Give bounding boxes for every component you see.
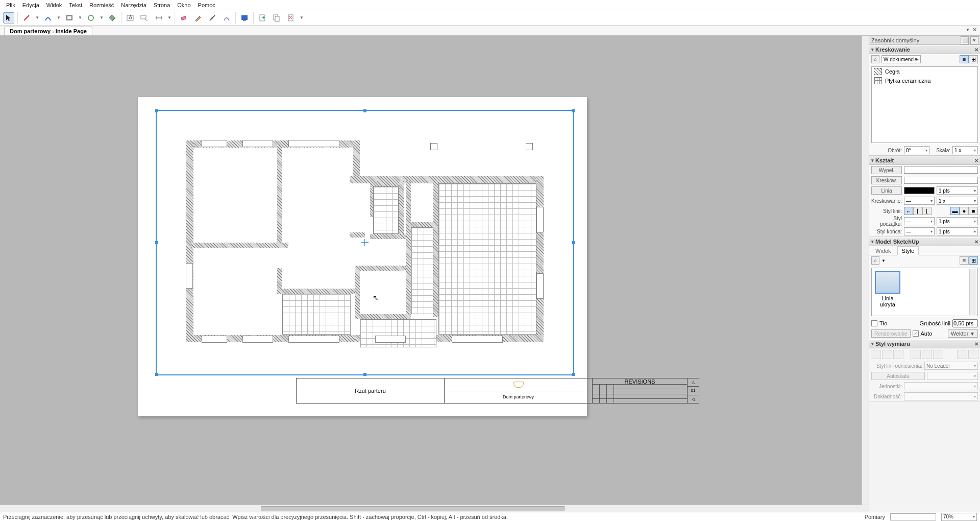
menu-plik[interactable]: Plik <box>3 1 18 9</box>
shape-fill-button[interactable]: Wypeł. <box>871 166 902 174</box>
tray-header[interactable]: Zasobnik domyślny ⬜ ✕ <box>869 36 980 45</box>
dimension-tool[interactable] <box>153 12 164 23</box>
linew-input[interactable] <box>952 319 978 327</box>
page-dropdown[interactable]: ▼ <box>300 15 304 20</box>
resize-handle-tl[interactable] <box>155 109 158 112</box>
hatch-home-icon[interactable]: ⌂ <box>871 55 879 63</box>
scrollbar-vertical[interactable] <box>862 36 869 505</box>
join-tool[interactable] <box>221 12 232 23</box>
split-tool[interactable] <box>207 12 218 23</box>
hatch-item-tile[interactable]: Płytka ceramiczna <box>872 76 977 85</box>
canvas[interactable]: Rzut parteru Dom parterowy REVISIONS △ 0… <box>0 36 869 512</box>
panel-header-hatch[interactable]: Kreskowanie ✕ <box>869 45 980 54</box>
hatch-item-brick[interactable]: Cegła <box>872 67 977 76</box>
panel-close-model[interactable]: ✕ <box>974 239 978 245</box>
panel-header-shape[interactable]: Kształt ✕ <box>869 156 980 165</box>
poly-tool[interactable] <box>107 12 118 23</box>
page-del-tool[interactable] <box>285 12 297 23</box>
shape-end-arrow[interactable]: — <box>904 227 935 235</box>
resize-handle-mr[interactable] <box>572 241 575 244</box>
dim-btn-8[interactable] <box>968 350 978 359</box>
panel-header-model[interactable]: Model SketchUp ✕ <box>869 237 980 246</box>
resize-handle-tr[interactable] <box>572 109 575 112</box>
page-dup-tool[interactable] <box>271 12 282 23</box>
shape-hatch-button[interactable]: Kreskow. <box>871 176 902 184</box>
dim-precision-select[interactable] <box>904 392 978 400</box>
measure-input[interactable] <box>890 513 936 520</box>
floor-plan-viewport[interactable] <box>186 140 544 342</box>
model-view-toggle[interactable]: ≡⊞ <box>960 256 978 265</box>
label-tool[interactable] <box>139 12 150 23</box>
bg-checkbox[interactable] <box>871 320 877 326</box>
dim-units-select[interactable] <box>904 382 978 390</box>
dim-btn-2[interactable] <box>882 350 892 359</box>
model-home-icon[interactable]: ⌂ <box>871 256 879 265</box>
hatch-scale-select[interactable]: 1 x <box>952 146 978 154</box>
shape-start-arrow[interactable]: — <box>904 217 935 225</box>
arc-tool-dropdown[interactable]: ▼ <box>57 15 61 20</box>
shape-start-size[interactable]: 1 pts <box>937 217 978 225</box>
shape-cap-style[interactable]: ▬●■ <box>950 207 978 215</box>
render-mode-button[interactable]: Wektor ▼ <box>948 329 978 338</box>
style-scrollbar[interactable] <box>969 269 976 315</box>
menu-pomoc[interactable]: Pomoc <box>195 1 218 9</box>
document-tab[interactable]: Dom parterowy - Inside Page <box>4 27 92 35</box>
model-tab-view[interactable]: Widok <box>871 247 895 255</box>
shape-line-button[interactable]: Linia <box>871 186 902 195</box>
list-view-icon[interactable]: ≡ <box>960 55 969 63</box>
dim-btn-5[interactable] <box>922 350 932 359</box>
panel-close-shape[interactable]: ✕ <box>974 158 978 163</box>
dim-autoscale-button[interactable]: Autoskala <box>871 372 925 380</box>
page-add-tool[interactable]: + <box>257 12 268 23</box>
shape-line-width[interactable]: 1 pts <box>937 186 978 195</box>
tray-close-icon[interactable]: ✕ <box>970 36 978 44</box>
panel-close-dim[interactable]: ✕ <box>974 341 978 347</box>
dim-btn-1[interactable] <box>871 350 881 359</box>
dim-autoscale-select[interactable] <box>927 372 978 380</box>
present-tool[interactable] <box>239 12 250 23</box>
eraser-tool[interactable] <box>178 12 189 23</box>
auto-checkbox[interactable]: ✓ <box>913 330 919 337</box>
hatch-list[interactable]: Cegła Płytka ceramiczna <box>871 66 978 143</box>
hatch-scope-select[interactable]: W dokumencie <box>881 55 921 63</box>
scrollbar-h-thumb[interactable] <box>261 506 565 511</box>
menu-okno[interactable]: Okno <box>174 1 193 9</box>
menu-edycja[interactable]: Edycja <box>19 1 42 9</box>
menu-rozmiesc[interactable]: Rozmieść <box>86 1 117 9</box>
model-style-grid[interactable]: Linia ukryta <box>871 268 978 316</box>
hatch-rot-select[interactable]: 0° <box>904 146 929 154</box>
panel-header-dim[interactable]: Styl wymiaru ✕ <box>869 339 980 348</box>
text-tool[interactable]: A <box>125 12 136 23</box>
rect-tool[interactable] <box>64 12 75 23</box>
dimension-tool-dropdown[interactable]: ▼ <box>167 15 172 20</box>
tray-maximize-icon[interactable]: ⬜ <box>961 36 969 44</box>
menu-strona[interactable]: Strona <box>151 1 173 9</box>
model-style-card[interactable]: Linia ukryta <box>875 271 900 307</box>
dim-btn-7[interactable] <box>957 350 967 359</box>
menu-widok[interactable]: Widok <box>43 1 65 9</box>
dim-leader-select[interactable]: No Leader <box>924 362 978 370</box>
render-button[interactable]: Renderowanie <box>871 329 911 338</box>
tab-dropdown[interactable]: ▼ <box>966 28 970 32</box>
shape-hatch-swatch[interactable] <box>904 177 978 184</box>
circle-tool[interactable] <box>85 12 96 23</box>
shape-fill-swatch[interactable] <box>904 167 978 174</box>
list-view-icon[interactable]: ≡ <box>960 256 969 265</box>
resize-handle-tc[interactable] <box>363 109 366 112</box>
resize-handle-br[interactable] <box>572 373 575 376</box>
dim-btn-6[interactable] <box>933 350 943 359</box>
shape-line-color[interactable] <box>904 187 935 194</box>
dim-btn-4[interactable] <box>911 350 921 359</box>
model-tab-style[interactable]: Style <box>897 246 919 255</box>
zoom-select[interactable]: 70% <box>941 513 977 521</box>
resize-handle-bc[interactable] <box>363 373 366 376</box>
grid-view-icon[interactable]: ⊞ <box>969 55 978 63</box>
shape-dash-select[interactable]: — <box>904 197 935 205</box>
style-tool[interactable] <box>192 12 204 23</box>
resize-handle-bl[interactable] <box>155 373 158 376</box>
line-tool[interactable] <box>21 12 32 23</box>
rect-tool-dropdown[interactable]: ▼ <box>78 15 82 20</box>
tab-close-button[interactable]: ✕ <box>971 27 978 34</box>
scrollbar-horizontal[interactable] <box>0 505 869 512</box>
grid-view-icon[interactable]: ⊞ <box>969 256 978 265</box>
